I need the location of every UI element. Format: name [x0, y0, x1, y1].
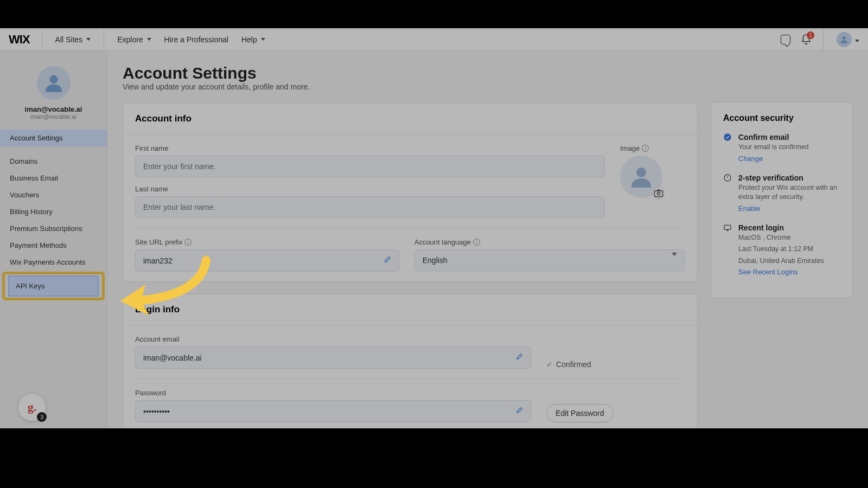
first-name-input[interactable]	[135, 156, 605, 177]
notification-badge: 1	[807, 31, 814, 39]
svg-rect-3	[655, 191, 663, 197]
profile-menu[interactable]	[837, 32, 852, 47]
info-icon[interactable]: i	[473, 239, 480, 246]
password-input[interactable]: ••••••••••	[135, 400, 531, 422]
change-link[interactable]: Change	[738, 155, 808, 163]
sidebar-nav: Account Settings Domains Business Email …	[0, 130, 107, 301]
sidebar-item-vouchers[interactable]: Vouchers	[0, 187, 107, 203]
account-email-label: Account email	[135, 335, 531, 343]
account-info-heading: Account info	[123, 104, 697, 134]
page-title: Account Settings	[123, 64, 698, 82]
security-heading: Account security	[723, 113, 840, 123]
sidebar-item-business-email[interactable]: Business Email	[0, 170, 107, 187]
security-card: Account security Confirm email Your emai…	[711, 102, 853, 298]
svg-point-0	[843, 36, 846, 40]
divider	[823, 28, 824, 51]
last-name-label: Last name	[135, 185, 605, 193]
monitor-icon	[723, 223, 733, 277]
nav-hire[interactable]: Hire a Professional	[158, 35, 235, 44]
divider	[42, 28, 42, 51]
login-info-heading: Login info	[123, 294, 697, 325]
svg-point-1	[49, 75, 58, 84]
sidebar-item-premium[interactable]: Premium Subscriptions	[0, 220, 107, 237]
account-email-input[interactable]: iman@vocable.ai	[135, 346, 531, 369]
divider	[104, 28, 104, 51]
sidebar-item-api-keys[interactable]: API Keys	[8, 275, 99, 297]
main-content: Account Settings View and update your ac…	[107, 51, 868, 428]
security-two-step: 2-step verification Protect your Wix acc…	[723, 174, 840, 213]
edit-password-button[interactable]: Edit Password	[546, 404, 613, 422]
image-label: Imagei	[620, 144, 685, 152]
url-prefix-input[interactable]: iman232	[135, 249, 399, 272]
highlight-annotation: API Keys	[2, 272, 105, 300]
profile-image[interactable]	[620, 156, 662, 198]
sidebar-item-payment-methods[interactable]: Payment Methods	[0, 237, 107, 254]
wix-logo[interactable]: WIX	[9, 33, 30, 47]
sidebar-email: iman@vocable.ai	[25, 105, 82, 113]
edit-icon[interactable]	[515, 353, 523, 362]
security-confirm-email: Confirm email Your email is confirmed Ch…	[723, 133, 840, 163]
chevron-down-icon	[854, 35, 859, 44]
svg-rect-7	[724, 225, 731, 229]
svg-point-4	[658, 192, 660, 195]
sidebar-item-domains[interactable]: Domains	[0, 153, 107, 170]
edit-icon[interactable]	[384, 256, 391, 265]
sidebar-item-account-settings[interactable]: Account Settings	[0, 130, 107, 146]
edit-icon[interactable]	[515, 407, 523, 416]
shield-icon	[723, 174, 733, 213]
info-icon[interactable]: i	[184, 239, 192, 246]
topbar: WIX All Sites Explore Hire a Professiona…	[0, 28, 868, 51]
first-name-label: First name	[135, 144, 605, 152]
chat-icon[interactable]	[780, 34, 792, 46]
grammarly-badge: 3	[37, 412, 47, 422]
recent-logins-link[interactable]: See Recent Logins	[738, 268, 824, 276]
check-icon: ✓	[546, 360, 553, 369]
last-name-input[interactable]	[135, 196, 605, 218]
sidebar-avatar[interactable]	[37, 66, 71, 100]
email-confirmed-status: ✓ Confirmed	[546, 360, 591, 369]
language-select[interactable]: English	[414, 249, 685, 271]
sidebar-item-billing[interactable]: Billing History	[0, 203, 107, 220]
notifications-icon[interactable]: 1	[800, 34, 812, 46]
info-icon[interactable]: i	[642, 145, 649, 152]
sidebar: iman@vocable.ai iman@vocable.ai Account …	[0, 51, 107, 428]
security-recent-login: Recent login MacOS , Chrome Last Tuesday…	[723, 223, 840, 277]
sidebar-subemail: iman@vocable.ai	[30, 113, 76, 120]
url-prefix-label: Site URL prefixi	[135, 238, 399, 246]
account-info-card: Account info First name Last name	[123, 103, 698, 282]
camera-icon[interactable]	[653, 187, 665, 199]
svg-point-5	[724, 133, 731, 140]
sidebar-item-wix-payments[interactable]: Wix Payments Accounts	[0, 254, 107, 271]
svg-point-2	[636, 168, 646, 177]
password-label: Password	[135, 389, 531, 397]
chevron-down-icon	[672, 256, 677, 265]
page-subtitle: View and update your account details, pr…	[123, 82, 698, 91]
grammarly-widget[interactable]: g. 3	[18, 394, 46, 421]
login-info-card: Login info Account email iman@vocable.ai	[123, 294, 698, 428]
nav-help[interactable]: Help	[235, 35, 272, 44]
nav-all-sites[interactable]: All Sites	[49, 35, 98, 44]
enable-link[interactable]: Enable	[738, 204, 840, 213]
check-circle-icon	[723, 133, 733, 163]
language-label: Account languagei	[414, 238, 685, 246]
nav-explore[interactable]: Explore	[111, 35, 157, 44]
